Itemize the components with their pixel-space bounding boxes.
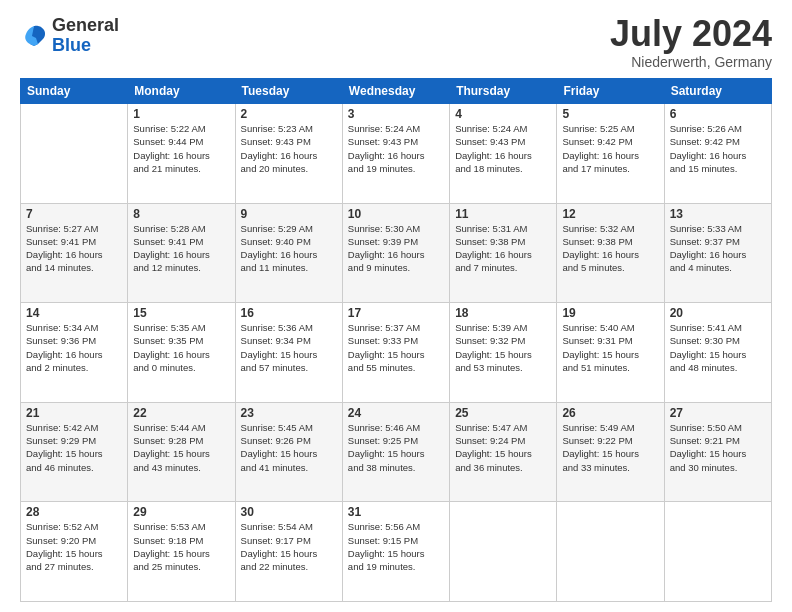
day-info: Sunrise: 5:33 AMSunset: 9:37 PMDaylight:…	[670, 222, 766, 275]
week-row-5: 28Sunrise: 5:52 AMSunset: 9:20 PMDayligh…	[21, 502, 772, 602]
header: General Blue July 2024 Niederwerth, Germ…	[20, 16, 772, 70]
day-cell-1-1	[21, 104, 128, 204]
day-cell-2-1: 7Sunrise: 5:27 AMSunset: 9:41 PMDaylight…	[21, 203, 128, 303]
day-info: Sunrise: 5:50 AMSunset: 9:21 PMDaylight:…	[670, 421, 766, 474]
day-cell-5-4: 31Sunrise: 5:56 AMSunset: 9:15 PMDayligh…	[342, 502, 449, 602]
day-cell-1-4: 3Sunrise: 5:24 AMSunset: 9:43 PMDaylight…	[342, 104, 449, 204]
day-number: 18	[455, 306, 551, 320]
day-cell-3-3: 16Sunrise: 5:36 AMSunset: 9:34 PMDayligh…	[235, 303, 342, 403]
day-number: 19	[562, 306, 658, 320]
calendar-header: Sunday Monday Tuesday Wednesday Thursday…	[21, 79, 772, 104]
day-number: 13	[670, 207, 766, 221]
day-cell-1-2: 1Sunrise: 5:22 AMSunset: 9:44 PMDaylight…	[128, 104, 235, 204]
header-row: Sunday Monday Tuesday Wednesday Thursday…	[21, 79, 772, 104]
day-cell-4-6: 26Sunrise: 5:49 AMSunset: 9:22 PMDayligh…	[557, 402, 664, 502]
day-number: 9	[241, 207, 337, 221]
day-cell-1-6: 5Sunrise: 5:25 AMSunset: 9:42 PMDaylight…	[557, 104, 664, 204]
col-thursday: Thursday	[450, 79, 557, 104]
day-cell-2-3: 9Sunrise: 5:29 AMSunset: 9:40 PMDaylight…	[235, 203, 342, 303]
day-info: Sunrise: 5:53 AMSunset: 9:18 PMDaylight:…	[133, 520, 229, 573]
day-cell-1-5: 4Sunrise: 5:24 AMSunset: 9:43 PMDaylight…	[450, 104, 557, 204]
day-number: 2	[241, 107, 337, 121]
day-cell-3-1: 14Sunrise: 5:34 AMSunset: 9:36 PMDayligh…	[21, 303, 128, 403]
col-tuesday: Tuesday	[235, 79, 342, 104]
day-info: Sunrise: 5:34 AMSunset: 9:36 PMDaylight:…	[26, 321, 122, 374]
day-cell-5-2: 29Sunrise: 5:53 AMSunset: 9:18 PMDayligh…	[128, 502, 235, 602]
day-number: 31	[348, 505, 444, 519]
day-cell-3-2: 15Sunrise: 5:35 AMSunset: 9:35 PMDayligh…	[128, 303, 235, 403]
day-number: 26	[562, 406, 658, 420]
day-number: 17	[348, 306, 444, 320]
col-saturday: Saturday	[664, 79, 771, 104]
day-cell-3-7: 20Sunrise: 5:41 AMSunset: 9:30 PMDayligh…	[664, 303, 771, 403]
day-cell-4-3: 23Sunrise: 5:45 AMSunset: 9:26 PMDayligh…	[235, 402, 342, 502]
day-number: 10	[348, 207, 444, 221]
day-number: 29	[133, 505, 229, 519]
col-friday: Friday	[557, 79, 664, 104]
day-info: Sunrise: 5:54 AMSunset: 9:17 PMDaylight:…	[241, 520, 337, 573]
day-info: Sunrise: 5:44 AMSunset: 9:28 PMDaylight:…	[133, 421, 229, 474]
day-number: 25	[455, 406, 551, 420]
day-info: Sunrise: 5:28 AMSunset: 9:41 PMDaylight:…	[133, 222, 229, 275]
day-number: 23	[241, 406, 337, 420]
day-info: Sunrise: 5:36 AMSunset: 9:34 PMDaylight:…	[241, 321, 337, 374]
week-row-1: 1Sunrise: 5:22 AMSunset: 9:44 PMDaylight…	[21, 104, 772, 204]
day-info: Sunrise: 5:26 AMSunset: 9:42 PMDaylight:…	[670, 122, 766, 175]
logo: General Blue	[20, 16, 119, 56]
day-number: 6	[670, 107, 766, 121]
day-cell-2-4: 10Sunrise: 5:30 AMSunset: 9:39 PMDayligh…	[342, 203, 449, 303]
day-cell-4-1: 21Sunrise: 5:42 AMSunset: 9:29 PMDayligh…	[21, 402, 128, 502]
calendar-table: Sunday Monday Tuesday Wednesday Thursday…	[20, 78, 772, 602]
day-cell-4-5: 25Sunrise: 5:47 AMSunset: 9:24 PMDayligh…	[450, 402, 557, 502]
day-info: Sunrise: 5:40 AMSunset: 9:31 PMDaylight:…	[562, 321, 658, 374]
day-info: Sunrise: 5:27 AMSunset: 9:41 PMDaylight:…	[26, 222, 122, 275]
day-cell-1-3: 2Sunrise: 5:23 AMSunset: 9:43 PMDaylight…	[235, 104, 342, 204]
day-cell-3-6: 19Sunrise: 5:40 AMSunset: 9:31 PMDayligh…	[557, 303, 664, 403]
day-cell-2-5: 11Sunrise: 5:31 AMSunset: 9:38 PMDayligh…	[450, 203, 557, 303]
week-row-4: 21Sunrise: 5:42 AMSunset: 9:29 PMDayligh…	[21, 402, 772, 502]
day-number: 20	[670, 306, 766, 320]
day-number: 14	[26, 306, 122, 320]
day-cell-4-4: 24Sunrise: 5:46 AMSunset: 9:25 PMDayligh…	[342, 402, 449, 502]
day-cell-5-1: 28Sunrise: 5:52 AMSunset: 9:20 PMDayligh…	[21, 502, 128, 602]
day-cell-2-2: 8Sunrise: 5:28 AMSunset: 9:41 PMDaylight…	[128, 203, 235, 303]
day-cell-1-7: 6Sunrise: 5:26 AMSunset: 9:42 PMDaylight…	[664, 104, 771, 204]
day-cell-5-7	[664, 502, 771, 602]
day-number: 4	[455, 107, 551, 121]
logo-blue: Blue	[52, 35, 91, 55]
day-number: 27	[670, 406, 766, 420]
calendar-body: 1Sunrise: 5:22 AMSunset: 9:44 PMDaylight…	[21, 104, 772, 602]
day-info: Sunrise: 5:42 AMSunset: 9:29 PMDaylight:…	[26, 421, 122, 474]
day-number: 11	[455, 207, 551, 221]
logo-icon	[20, 22, 48, 50]
day-cell-2-6: 12Sunrise: 5:32 AMSunset: 9:38 PMDayligh…	[557, 203, 664, 303]
subtitle: Niederwerth, Germany	[610, 54, 772, 70]
day-info: Sunrise: 5:23 AMSunset: 9:43 PMDaylight:…	[241, 122, 337, 175]
day-info: Sunrise: 5:24 AMSunset: 9:43 PMDaylight:…	[455, 122, 551, 175]
day-info: Sunrise: 5:41 AMSunset: 9:30 PMDaylight:…	[670, 321, 766, 374]
col-wednesday: Wednesday	[342, 79, 449, 104]
week-row-3: 14Sunrise: 5:34 AMSunset: 9:36 PMDayligh…	[21, 303, 772, 403]
day-number: 8	[133, 207, 229, 221]
day-number: 16	[241, 306, 337, 320]
day-cell-5-5	[450, 502, 557, 602]
week-row-2: 7Sunrise: 5:27 AMSunset: 9:41 PMDaylight…	[21, 203, 772, 303]
day-info: Sunrise: 5:37 AMSunset: 9:33 PMDaylight:…	[348, 321, 444, 374]
day-cell-4-2: 22Sunrise: 5:44 AMSunset: 9:28 PMDayligh…	[128, 402, 235, 502]
day-number: 1	[133, 107, 229, 121]
day-number: 3	[348, 107, 444, 121]
day-info: Sunrise: 5:45 AMSunset: 9:26 PMDaylight:…	[241, 421, 337, 474]
day-cell-4-7: 27Sunrise: 5:50 AMSunset: 9:21 PMDayligh…	[664, 402, 771, 502]
day-info: Sunrise: 5:30 AMSunset: 9:39 PMDaylight:…	[348, 222, 444, 275]
day-cell-2-7: 13Sunrise: 5:33 AMSunset: 9:37 PMDayligh…	[664, 203, 771, 303]
day-number: 21	[26, 406, 122, 420]
day-info: Sunrise: 5:56 AMSunset: 9:15 PMDaylight:…	[348, 520, 444, 573]
day-info: Sunrise: 5:29 AMSunset: 9:40 PMDaylight:…	[241, 222, 337, 275]
day-cell-3-5: 18Sunrise: 5:39 AMSunset: 9:32 PMDayligh…	[450, 303, 557, 403]
page: General Blue July 2024 Niederwerth, Germ…	[0, 0, 792, 612]
day-number: 28	[26, 505, 122, 519]
col-monday: Monday	[128, 79, 235, 104]
day-info: Sunrise: 5:31 AMSunset: 9:38 PMDaylight:…	[455, 222, 551, 275]
day-cell-5-3: 30Sunrise: 5:54 AMSunset: 9:17 PMDayligh…	[235, 502, 342, 602]
day-number: 12	[562, 207, 658, 221]
